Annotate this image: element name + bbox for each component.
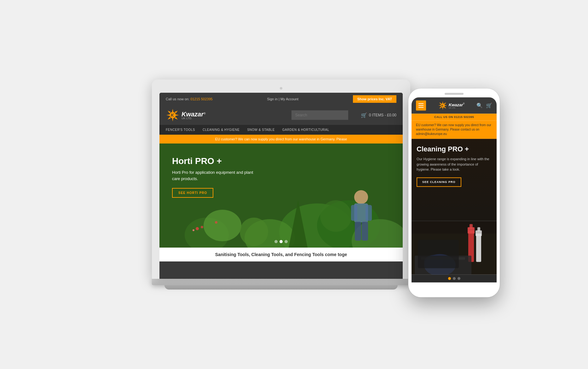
cart-label[interactable]: 0 ITEMS - £0.00 (369, 113, 396, 117)
svg-rect-53 (418, 240, 459, 268)
svg-marker-34 (444, 107, 446, 108)
phone-dot-1[interactable] (448, 277, 451, 280)
laptop-screen: Call us now on: 01215 502395 Sign in | M… (159, 93, 403, 279)
svg-marker-32 (444, 102, 446, 104)
call-label: Call us now on: 01215 502395 (166, 97, 213, 101)
nav-garden-hort[interactable]: GARDEN & HORTICULTURAL (282, 128, 329, 132)
laptop-camera (280, 87, 282, 90)
svg-point-25 (354, 190, 368, 204)
logo-registered: ® (204, 112, 206, 115)
svg-marker-0 (172, 109, 173, 112)
phone-screen: K Kwazar® UK LTD. 🔍 🛒 CALL US ON 01215 5… (412, 97, 497, 293)
phone-logo-registered: ® (463, 102, 464, 105)
svg-marker-7 (168, 111, 171, 113)
show-prices-button[interactable]: Show prices Inc. VAT (353, 95, 396, 103)
phone-dots (412, 274, 497, 282)
phone-dot-2[interactable] (453, 277, 456, 280)
phone-number[interactable]: 01215 502395 (190, 97, 212, 101)
eu-banner: EU customer? We can now supply you direc… (159, 135, 403, 144)
svg-rect-27 (351, 205, 357, 221)
ham-line-2 (418, 105, 424, 106)
phone-hero-description: Our Hygiene range is expanding in line w… (417, 156, 492, 172)
laptop-device: Call us now on: 01215 502395 Sign in | M… (152, 79, 410, 290)
phone-hero: Cleaning PRO + Our Hygiene range is expa… (412, 139, 497, 221)
svg-rect-45 (470, 224, 473, 229)
phone-body: K Kwazar® UK LTD. 🔍 🛒 CALL US ON 01215 5… (408, 88, 500, 297)
svg-point-19 (320, 200, 352, 232)
phone-search-icon[interactable]: 🔍 (476, 102, 483, 108)
see-cleaning-pro-button[interactable]: SEE CLEANING PRO (417, 177, 461, 187)
hero-dot-1[interactable] (274, 240, 278, 243)
phone-notch-area (412, 93, 497, 95)
cart-area: 🛒 0 ITEMS - £0.00 (361, 112, 396, 118)
svg-marker-4 (172, 118, 173, 121)
site-nav: FENCER'S TOOLS CLEANING & HYGIENE SNOW &… (159, 125, 403, 135)
hero-dots (274, 240, 288, 243)
svg-rect-29 (355, 222, 361, 241)
auth-links: Sign in | My Account (267, 97, 298, 101)
svg-point-22 (201, 226, 203, 228)
svg-point-24 (215, 221, 217, 224)
phone-cleaning-image (412, 221, 497, 274)
svg-marker-3 (175, 117, 178, 120)
ham-line-3 (418, 107, 424, 108)
svg-point-23 (193, 229, 194, 231)
svg-marker-35 (442, 108, 443, 110)
phone-logo: K Kwazar® UK LTD. (438, 101, 465, 110)
phone-eu-bar: EU customer? We can now supply you direc… (412, 120, 497, 139)
svg-text:K: K (441, 104, 444, 107)
svg-marker-6 (166, 114, 170, 116)
laptop-body: Call us now on: 01215 502395 Sign in | M… (152, 79, 410, 279)
svg-marker-31 (442, 101, 443, 103)
svg-rect-28 (366, 205, 372, 221)
cart-icon: 🛒 (361, 112, 367, 118)
svg-point-20 (240, 218, 268, 246)
nav-snow-stable[interactable]: SNOW & STABLE (247, 128, 274, 132)
phone-dot-3[interactable] (458, 277, 460, 280)
phone-hero-title: Cleaning PRO + (417, 145, 492, 153)
phone-logo-text: Kwazar (449, 102, 463, 107)
phone-hero-content: Cleaning PRO + Our Hygiene range is expa… (417, 145, 492, 186)
hero-description: Horti Pro for application equipment and … (172, 169, 254, 182)
phone-header-icons: 🔍 🛒 (476, 102, 492, 108)
see-horti-pro-button[interactable]: SEE HORTI PRO (172, 188, 213, 198)
scene: Call us now on: 01215 502395 Sign in | M… (0, 0, 588, 369)
phone-logo-sun-icon: K (438, 101, 447, 110)
svg-point-21 (196, 227, 199, 230)
hero-dot-3[interactable] (285, 240, 288, 243)
phone-device: K Kwazar® UK LTD. 🔍 🛒 CALL US ON 01215 5… (408, 88, 500, 297)
hero-title: Horti PRO + (172, 156, 254, 166)
laptop-website: Call us now on: 01215 502395 Sign in | M… (159, 93, 403, 279)
site-header: K Kwazar® UK LTD. 🛒 (159, 105, 403, 125)
svg-marker-33 (445, 105, 447, 106)
phone-header: K Kwazar® UK LTD. 🔍 🛒 (412, 97, 497, 114)
svg-marker-37 (438, 105, 441, 106)
phone-notch (445, 93, 464, 95)
ham-line-1 (418, 103, 424, 104)
bottom-tagline: Sanitising Tools, Cleaning Tools, and Fe… (159, 248, 403, 261)
nav-cleaning-hygiene[interactable]: CLEANING & HYGIENE (203, 128, 239, 132)
search-box (285, 108, 355, 122)
cleaning-image-svg (412, 221, 497, 274)
laptop-base (152, 279, 410, 285)
search-input[interactable] (291, 110, 348, 120)
laptop-foot (164, 285, 398, 290)
svg-marker-1 (175, 111, 178, 113)
hero-section: Horti PRO + Horti Pro for application eq… (159, 144, 403, 248)
svg-rect-48 (477, 227, 480, 231)
kwazar-logo: K Kwazar® UK LTD. (166, 108, 206, 122)
hero-content: Horti PRO + Horti Pro for application eq… (172, 156, 254, 198)
svg-text:K: K (171, 113, 174, 118)
svg-marker-5 (168, 117, 171, 120)
svg-rect-46 (476, 233, 481, 262)
svg-point-18 (204, 210, 241, 241)
svg-rect-30 (362, 222, 368, 241)
hero-dot-2[interactable] (280, 240, 283, 243)
site-topbar: Call us now on: 01215 502395 Sign in | M… (159, 93, 403, 105)
phone-call-bar: CALL US ON 01215 502395 (412, 114, 497, 120)
logo-sun-icon: K (166, 108, 180, 122)
hamburger-menu-button[interactable] (416, 100, 426, 110)
svg-marker-2 (176, 114, 179, 116)
phone-cart-icon[interactable]: 🛒 (486, 102, 492, 108)
nav-fencers-tools[interactable]: FENCER'S TOOLS (166, 128, 195, 132)
